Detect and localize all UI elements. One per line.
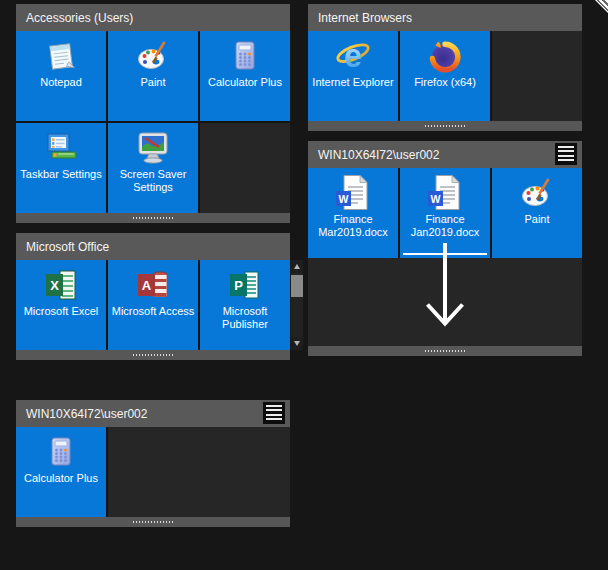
screen-saver-icon bbox=[108, 130, 198, 166]
group-title: WIN10X64I72\user002 bbox=[26, 407, 147, 421]
svg-text:P: P bbox=[234, 278, 243, 293]
paint-icon bbox=[108, 38, 198, 74]
tile-label: Microsoft Excel bbox=[16, 305, 106, 318]
tile-finance-jan2019-docx[interactable]: W Finance Jan2019.docx bbox=[400, 168, 490, 258]
internet-explorer-icon: e bbox=[308, 38, 398, 74]
group-body: Notepad bbox=[16, 31, 290, 213]
tile-label: Finance Mar2019.docx bbox=[308, 213, 398, 239]
tile-label: Taskbar Settings bbox=[16, 168, 106, 181]
group-title: Accessories (Users) bbox=[26, 11, 133, 25]
tile-grid: X Microsoft Excel A bbox=[16, 260, 290, 350]
tile-label: Firefox (x64) bbox=[400, 76, 490, 89]
tile-microsoft-access[interactable]: A Microsoft Access bbox=[108, 260, 198, 350]
tile-label: Calculator Plus bbox=[16, 472, 106, 485]
group-user-session-bottom: WIN10X64I72\user002 bbox=[16, 400, 290, 527]
group-drag-handle[interactable] bbox=[16, 517, 290, 527]
hamburger-menu-button[interactable] bbox=[555, 143, 577, 165]
group-accessories: Accessories (Users) bbox=[16, 4, 290, 223]
word-document-icon: W bbox=[308, 175, 398, 211]
scroll-up-button[interactable] bbox=[291, 260, 303, 273]
drag-dots-icon bbox=[133, 354, 174, 356]
access-icon: A bbox=[108, 267, 198, 303]
group-header: WIN10X64I72\user002 bbox=[308, 141, 582, 168]
group-title: Internet Browsers bbox=[318, 11, 412, 25]
tile-label: Microsoft Access bbox=[108, 305, 198, 318]
group-body: X Microsoft Excel A bbox=[16, 260, 290, 350]
hamburger-menu-icon bbox=[266, 405, 282, 421]
empty-tile-slot bbox=[200, 123, 290, 213]
tile-calculator-plus[interactable]: Calculator Plus bbox=[200, 31, 290, 121]
tile-label: Paint bbox=[492, 213, 582, 226]
group-drag-handle[interactable] bbox=[308, 121, 582, 131]
svg-text:W: W bbox=[431, 193, 441, 205]
tile-grid: Notepad bbox=[16, 31, 290, 213]
tile-grid: Calculator Plus bbox=[16, 427, 290, 517]
svg-text:X: X bbox=[50, 278, 59, 293]
hamburger-menu-button[interactable] bbox=[263, 402, 285, 424]
calculator-plus-icon bbox=[16, 434, 106, 470]
empty-drop-area bbox=[308, 258, 582, 346]
group-user-session-right: WIN10X64I72\user002 W bbox=[308, 141, 582, 356]
tile-label: Paint bbox=[108, 76, 198, 89]
tile-label: Internet Explorer bbox=[308, 76, 398, 89]
tile-microsoft-publisher[interactable]: P Microsoft Publisher bbox=[200, 260, 290, 350]
hamburger-menu-icon bbox=[558, 146, 574, 162]
firefox-icon bbox=[400, 38, 490, 74]
tile-label: Calculator Plus bbox=[200, 76, 290, 89]
group-drag-handle[interactable] bbox=[16, 350, 290, 360]
group-header: WIN10X64I72\user002 bbox=[16, 400, 290, 427]
diagonal-stripes-corner-grip bbox=[595, 0, 608, 13]
tile-screen-saver-settings[interactable]: Screen Saver Settings bbox=[108, 123, 198, 213]
tile-label: Microsoft Publisher bbox=[200, 305, 290, 331]
group-body: W Finance Mar2019.docx W bbox=[308, 168, 582, 346]
tile-label: Finance Jan2019.docx bbox=[400, 213, 490, 239]
tile-grid: W Finance Mar2019.docx W bbox=[308, 168, 582, 258]
group-body: e Internet Explorer bbox=[308, 31, 582, 121]
tile-grid: e Internet Explorer bbox=[308, 31, 582, 121]
excel-icon: X bbox=[16, 267, 106, 303]
notepad-icon bbox=[16, 38, 106, 74]
group-title: Microsoft Office bbox=[26, 240, 109, 254]
tile-finance-mar2019-docx[interactable]: W Finance Mar2019.docx bbox=[308, 168, 398, 258]
tile-calculator-plus[interactable]: Calculator Plus bbox=[16, 427, 106, 517]
group-header: Microsoft Office bbox=[16, 233, 290, 260]
empty-tile-slot bbox=[108, 427, 290, 517]
tile-firefox-x64[interactable]: Firefox (x64) bbox=[400, 31, 490, 121]
tile-paint[interactable]: Paint bbox=[108, 31, 198, 121]
scroll-down-button[interactable] bbox=[291, 337, 303, 350]
paint-icon bbox=[492, 175, 582, 211]
group-internet-browsers: Internet Browsers bbox=[308, 4, 582, 131]
scrollbar-thumb[interactable] bbox=[291, 275, 303, 297]
triangle-up-icon bbox=[294, 264, 300, 269]
svg-text:e: e bbox=[344, 38, 362, 74]
group-drag-handle[interactable] bbox=[308, 346, 582, 356]
drag-dots-icon bbox=[425, 125, 466, 127]
group-title: WIN10X64I72\user002 bbox=[318, 148, 439, 162]
triangle-down-icon bbox=[294, 341, 300, 346]
taskbar-settings-icon bbox=[16, 130, 106, 166]
group-header: Accessories (Users) bbox=[16, 4, 290, 31]
group-microsoft-office: Microsoft Office X Microsoft Excel bbox=[16, 233, 290, 360]
empty-tile-slot bbox=[492, 31, 582, 121]
group-header: Internet Browsers bbox=[308, 4, 582, 31]
drag-dots-icon bbox=[133, 521, 174, 523]
svg-text:W: W bbox=[339, 193, 349, 205]
group-body: Calculator Plus bbox=[16, 427, 290, 517]
tile-dashboard: Accessories (Users) bbox=[0, 0, 608, 570]
word-document-icon: W bbox=[400, 175, 490, 211]
svg-text:A: A bbox=[142, 278, 152, 293]
tile-label: Notepad bbox=[16, 76, 106, 89]
scrollbar-track[interactable] bbox=[291, 273, 303, 337]
tile-taskbar-settings[interactable]: Taskbar Settings bbox=[16, 123, 106, 213]
scrollbar[interactable] bbox=[291, 260, 303, 350]
tile-internet-explorer[interactable]: e Internet Explorer bbox=[308, 31, 398, 121]
tile-label: Screen Saver Settings bbox=[108, 168, 198, 194]
drag-dots-icon bbox=[133, 217, 174, 219]
tile-notepad[interactable]: Notepad bbox=[16, 31, 106, 121]
group-drag-handle[interactable] bbox=[16, 213, 290, 223]
tile-microsoft-excel[interactable]: X Microsoft Excel bbox=[16, 260, 106, 350]
publisher-icon: P bbox=[200, 267, 290, 303]
tile-selection-underline bbox=[403, 253, 487, 256]
tile-paint[interactable]: Paint bbox=[492, 168, 582, 258]
calculator-plus-icon bbox=[200, 38, 290, 74]
